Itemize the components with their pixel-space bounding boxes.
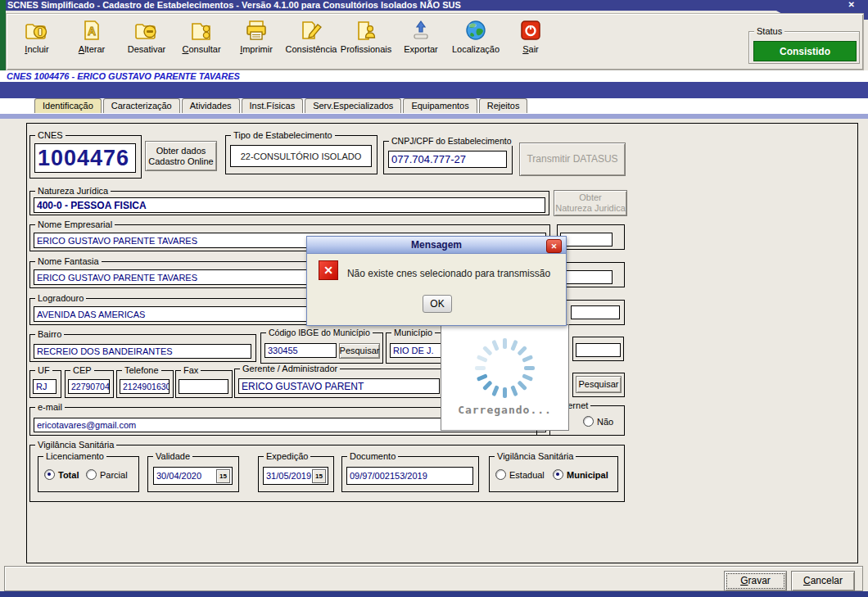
imprimir-label: Imprimir [240, 44, 273, 54]
vigilancia-outer-label: Vigilância Sanitária [35, 440, 116, 450]
cnes-header-line: CNES 1004476 - ERICO GUSTAVO PARENTE TAV… [0, 70, 868, 82]
dialog-title: Mensagem [411, 239, 462, 251]
licenciamento-total-radio[interactable]: Total [44, 469, 79, 480]
municipio-label: Município [391, 328, 435, 337]
folder-query-icon [189, 17, 214, 43]
consistencia-button[interactable]: Consistência [287, 17, 335, 54]
telefone-input[interactable]: 2124901630 [120, 379, 170, 394]
telefone-label: Telefone [122, 365, 161, 375]
expedicao-input[interactable]: 31/05/2019 15 [263, 467, 328, 485]
consultar-button[interactable]: Consultar [178, 17, 225, 54]
calendar-icon[interactable]: 15 [216, 469, 230, 483]
radio-selected-icon [44, 469, 55, 480]
email-label: e-mail [35, 402, 65, 412]
tab-rejeitos[interactable]: Rejeitos [479, 98, 528, 113]
pesquisar-ibge-button[interactable]: Pesquisar [339, 343, 380, 359]
dialog-ok-button[interactable]: OK [423, 295, 452, 313]
exit-power-icon [518, 17, 543, 43]
internet-nao-radio[interactable]: Não [583, 416, 613, 427]
validade-input[interactable]: 30/04/2020 15 [153, 467, 233, 485]
printer-icon [244, 17, 269, 43]
cnes-label: CNES [35, 130, 66, 140]
gerente-label: Gerente / Administrador [240, 364, 340, 373]
fax-input[interactable] [179, 379, 228, 394]
tab-atividades[interactable]: Atividades [182, 98, 240, 113]
localizacao-button[interactable]: Localização [452, 17, 500, 54]
tab-identificacao[interactable]: Identificação [34, 98, 102, 113]
alterar-label: Alterar [79, 44, 105, 54]
imprimir-button[interactable]: Imprimir [233, 17, 280, 54]
validade-label: Validade [153, 451, 192, 461]
bottom-blue-strip [0, 591, 868, 597]
unlabeled-input-3[interactable] [571, 305, 620, 319]
sair-label: Sair [522, 44, 539, 54]
bairro-input[interactable]: RECREIO DOS BANDEIRANTES [34, 344, 251, 359]
radio-circle-icon [495, 469, 506, 480]
title-bar: SCNES Simplificado - Cadastro de Estabel… [0, 0, 868, 11]
tab-inst-fisicas[interactable]: Inst.Físicas [242, 98, 304, 113]
cep-input[interactable]: 22790704 [68, 379, 110, 394]
transmitir-datasus-button[interactable]: Transmitir DATASUS [519, 142, 626, 176]
sair-button[interactable]: Sair [507, 17, 554, 54]
obter-dados-button[interactable]: Obter dados Cadastro Online [145, 141, 217, 171]
globe-icon [463, 17, 488, 43]
tab-caracterizacao[interactable]: Caracterização [103, 98, 180, 113]
app-window: SCNES Simplificado - Cadastro de Estabel… [0, 0, 868, 597]
pesquisar-gerente-button[interactable]: Pesquisar [576, 376, 622, 393]
expedicao-label: Expedição [264, 451, 310, 461]
uf-input[interactable]: RJ [33, 379, 57, 394]
alterar-button[interactable]: A Alterar [68, 17, 115, 54]
incluir-label: Incluir [25, 44, 48, 54]
cnpj-cpf-label: CNPJ/CPF do Estabelecimento [389, 136, 513, 146]
export-arrow-icon [409, 17, 433, 43]
radio-circle-icon [583, 416, 594, 427]
dialog-close-icon[interactable]: ✕ [546, 239, 562, 253]
gravar-button[interactable]: Gravar [724, 571, 787, 591]
tab-equipamentos[interactable]: Equipamentos [403, 98, 477, 113]
cnpj-cpf-input[interactable]: 077.704.777-27 [388, 151, 507, 168]
loading-text: Carregando... [441, 404, 568, 416]
periwinkle-strip [0, 114, 868, 119]
profissionais-label: Profissionais [341, 44, 391, 54]
codigo-ibge-input[interactable]: 330455 [264, 343, 337, 358]
window-close-icon[interactable]: ✕ [848, 0, 855, 9]
document-pencil-icon [299, 17, 323, 43]
radio-selected-icon [553, 469, 563, 480]
bairro-label: Bairro [35, 329, 64, 339]
incluir-button[interactable]: Incluir [13, 17, 61, 54]
licenciamento-parcial-radio[interactable]: Parcial [86, 469, 128, 480]
unlabeled-input-1[interactable] [560, 233, 613, 246]
consultar-label: Consultar [182, 44, 220, 54]
loading-panel: Carregando... [441, 324, 569, 431]
unlabeled-input-4[interactable] [576, 343, 621, 357]
status-label: Status [754, 26, 784, 36]
cep-label: CEP [70, 365, 94, 375]
folder-person-icon [354, 17, 378, 43]
error-icon: ✕ [319, 260, 338, 280]
vigilancia-estadual-radio[interactable]: Estadual [495, 469, 545, 480]
profissionais-button[interactable]: Profissionais [342, 17, 390, 54]
uf-label: UF [35, 365, 52, 375]
tipo-estabelecimento-input[interactable]: 22-CONSULTÓRIO ISOLADO [230, 145, 372, 167]
cancelar-button[interactable]: Cancelar [791, 571, 855, 591]
documento-input[interactable]: 09/97/002153/2019 [346, 467, 473, 485]
desativar-button[interactable]: Desativar [123, 17, 170, 54]
natureza-juridica-input[interactable]: 400-0 - PESSOA FISICA [34, 197, 545, 213]
codigo-ibge-label: Código IBGE do Município [266, 328, 373, 337]
calendar-icon[interactable]: 15 [312, 469, 326, 483]
dialog-title-bar: Mensagem [307, 237, 566, 254]
svg-text:A: A [88, 25, 96, 38]
folder-insert-icon [25, 17, 49, 43]
unlabeled-input-2[interactable] [560, 270, 613, 284]
exportar-button[interactable]: Exportar [397, 17, 445, 54]
folder-minus-icon [134, 17, 159, 43]
vigilancia-tipo-label: Vigilância Sanitária [495, 451, 576, 461]
obter-natureza-button[interactable]: Obter Natureza Juridica [554, 190, 627, 216]
natureza-juridica-label: Natureza Jurídica [35, 186, 111, 196]
cnes-input[interactable]: 1004476 [34, 143, 136, 173]
vigilancia-municipal-radio[interactable]: Municipal [553, 469, 608, 480]
localizacao-label: Localização [452, 44, 500, 54]
gerente-input[interactable]: ERICO GUSTAVO PARENT [238, 378, 440, 394]
tab-serv-especializados[interactable]: Serv.Especializados [305, 98, 401, 113]
logradouro-label: Logradouro [35, 293, 86, 303]
